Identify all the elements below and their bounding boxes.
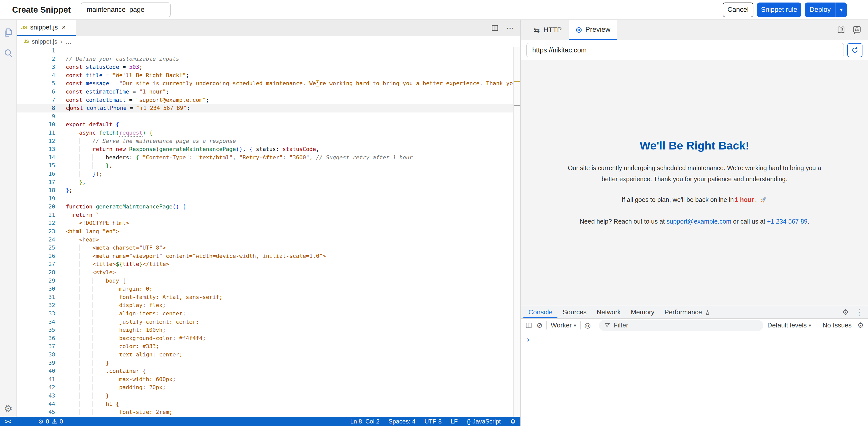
line-number[interactable]: 19 (17, 195, 55, 203)
code-line[interactable]: 13 return new Response(generateMaintenan… (17, 145, 520, 153)
code-line[interactable]: 33 align-items: center; (17, 310, 520, 318)
cancel-button[interactable]: Cancel (723, 2, 753, 17)
code-line[interactable]: 41 max-width: 600px; (17, 375, 520, 384)
breadcrumb[interactable]: JS snippet.js › … (17, 36, 520, 47)
line-number[interactable]: 24 (17, 236, 55, 244)
code-line[interactable]: 10export default { (17, 120, 520, 129)
indentation-setting[interactable]: Spaces: 4 (389, 418, 415, 425)
snippet-rule-button[interactable]: Snippet rule (757, 2, 801, 17)
tab-snippet-js[interactable]: JS snippet.js × (17, 20, 76, 36)
devtools-tab-console[interactable]: Console (523, 306, 557, 318)
code-line[interactable]: 16 }); (17, 170, 520, 178)
code-line[interactable]: 18}; (17, 186, 520, 195)
console-settings-gear-icon[interactable]: ⚙ (857, 321, 864, 330)
console-output[interactable]: › (521, 332, 868, 426)
deploy-dropdown-button[interactable]: ▾ (836, 2, 847, 17)
code-line[interactable]: 14 headers: { "Content-Type": "text/html… (17, 153, 520, 162)
devtools-tab-sources[interactable]: Sources (557, 306, 591, 318)
line-number[interactable]: 10 (17, 120, 55, 129)
refresh-button[interactable] (847, 43, 863, 57)
line-number[interactable]: 8 (17, 104, 55, 112)
line-number[interactable]: 37 (17, 342, 55, 351)
encoding-setting[interactable]: UTF-8 (425, 418, 441, 425)
line-number[interactable]: 40 (17, 367, 55, 375)
devtools-tab-performance[interactable]: Performance (659, 306, 716, 318)
line-number[interactable]: 17 (17, 178, 55, 187)
line-number[interactable]: 5 (17, 79, 55, 88)
line-number[interactable]: 4 (17, 71, 55, 80)
line-number[interactable]: 7 (17, 96, 55, 104)
line-number[interactable]: 39 (17, 359, 55, 367)
discord-icon[interactable] (852, 25, 862, 35)
code-line[interactable]: 23<html lang="en"> (17, 227, 520, 236)
language-mode[interactable]: {} JavaScript (467, 418, 501, 425)
line-number[interactable]: 36 (17, 334, 55, 343)
code-line[interactable]: 11 async fetch(request) { (17, 129, 520, 137)
search-icon[interactable] (2, 47, 14, 59)
email-link[interactable]: support@example.com (666, 218, 731, 225)
code-line[interactable]: 44 h1 { (17, 400, 520, 408)
devtools-tab-network[interactable]: Network (592, 306, 626, 318)
console-sidebar-toggle-icon[interactable] (525, 322, 532, 329)
code-line[interactable]: 27 <title>${title}</title> (17, 260, 520, 268)
line-number[interactable]: 25 (17, 244, 55, 252)
code-line[interactable]: 25 <meta charset="UTF-8"> (17, 244, 520, 252)
docs-book-icon[interactable] (836, 25, 846, 35)
code-line[interactable]: 24 <head> (17, 236, 520, 244)
line-number[interactable]: 2 (17, 55, 55, 63)
code-line[interactable]: 31 font-family: Arial, sans-serif; (17, 293, 520, 302)
code-line[interactable]: 4const title = "We'll Be Right Back!"; (17, 71, 520, 80)
code-line[interactable]: 29 body { (17, 277, 520, 285)
deploy-button[interactable]: Deploy (805, 2, 836, 17)
line-number[interactable]: 35 (17, 326, 55, 334)
breadcrumb-file[interactable]: snippet.js (32, 38, 57, 45)
code-line[interactable]: 26 <meta name="viewport" content="width=… (17, 252, 520, 260)
url-input[interactable] (526, 43, 844, 57)
code-line[interactable]: 1 (17, 47, 520, 55)
log-levels-dropdown[interactable]: Default levels ▾ (767, 321, 811, 329)
code-line[interactable]: 38 text-align: center; (17, 351, 520, 359)
live-expression-eye-icon[interactable]: ◎ (585, 321, 591, 330)
line-number[interactable]: 45 (17, 408, 55, 417)
code-line[interactable]: 34 justify-content: center; (17, 318, 520, 326)
line-number[interactable]: 23 (17, 227, 55, 236)
line-number[interactable]: 44 (17, 400, 55, 408)
code-line[interactable]: 8const contactPhone = "+1 234 567 89"; (17, 104, 520, 112)
more-actions-icon[interactable]: ⋯ (506, 23, 515, 33)
line-number[interactable]: 43 (17, 392, 55, 400)
code-line[interactable]: 30 margin: 0; (17, 285, 520, 293)
line-number[interactable]: 16 (17, 170, 55, 178)
line-number[interactable]: 22 (17, 219, 55, 227)
code-line[interactable]: 17 }, (17, 178, 520, 187)
code-line[interactable]: 19 (17, 195, 520, 203)
settings-gear-icon[interactable]: ⚙ (4, 403, 12, 414)
code-line[interactable]: 12 // Serve the maintenance page as a re… (17, 137, 520, 145)
split-editor-icon[interactable] (491, 24, 499, 32)
line-number[interactable]: 34 (17, 318, 55, 326)
code-line[interactable]: 28 <style> (17, 268, 520, 277)
code-line[interactable]: 15 }, (17, 162, 520, 170)
eol-setting[interactable]: LF (451, 418, 458, 425)
code-line[interactable]: 37 color: #333; (17, 342, 520, 351)
line-number[interactable]: 12 (17, 137, 55, 145)
line-number[interactable]: 18 (17, 186, 55, 195)
devtools-tab-memory[interactable]: Memory (626, 306, 659, 318)
line-number[interactable]: 15 (17, 162, 55, 170)
code-line[interactable]: 7const contactEmail = "support@example.c… (17, 96, 520, 104)
cursor-position[interactable]: Ln 8, Col 2 (350, 418, 379, 425)
code-line[interactable]: 21 return ` (17, 211, 520, 219)
code-line[interactable]: 43 } (17, 392, 520, 400)
code-line[interactable]: 9 (17, 112, 520, 121)
line-number[interactable]: 42 (17, 384, 55, 392)
line-number[interactable]: 20 (17, 203, 55, 211)
context-selector[interactable]: Worker ▾ (551, 321, 576, 329)
line-number[interactable]: 13 (17, 145, 55, 153)
line-number[interactable]: 32 (17, 301, 55, 310)
line-number[interactable]: 14 (17, 153, 55, 162)
line-number[interactable]: 21 (17, 211, 55, 219)
code-line[interactable]: 45 font-size: 2rem; (17, 408, 520, 417)
code-line[interactable]: 20function generateMaintenancePage() { (17, 203, 520, 211)
code-line[interactable]: 6const estimatedTime = "1 hour"; (17, 88, 520, 96)
issues-counter[interactable]: No Issues (823, 321, 851, 329)
line-number[interactable]: 11 (17, 129, 55, 137)
